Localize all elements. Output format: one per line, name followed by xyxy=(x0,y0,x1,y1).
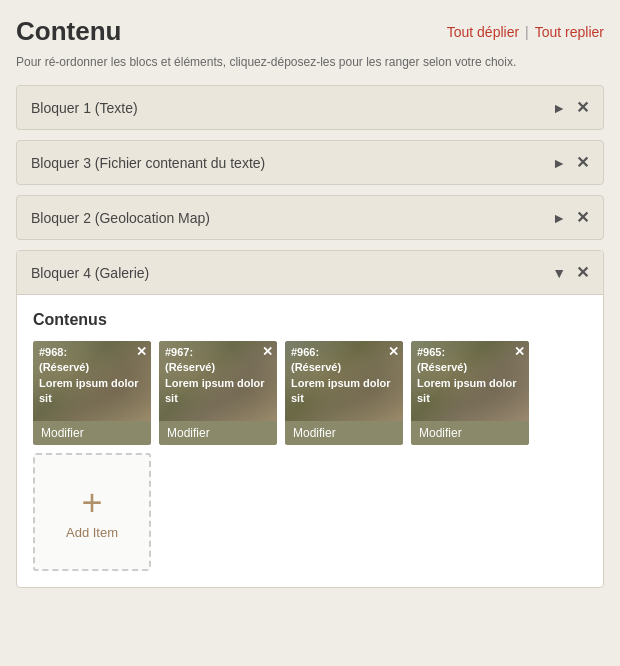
add-item-plus-icon: + xyxy=(81,485,102,521)
gallery-item-modifier-966[interactable]: Modifier xyxy=(285,421,403,445)
action-separator: | xyxy=(525,24,529,40)
gallery-item-image-965: ✕ #965: (Réservé) Lorem ipsum dolor sit xyxy=(411,341,529,421)
gallery-item-modifier-968[interactable]: Modifier xyxy=(33,421,151,445)
gallery-item-modifier-965[interactable]: Modifier xyxy=(411,421,529,445)
page-description: Pour ré-ordonner les blocs et éléments, … xyxy=(16,55,604,69)
gallery-item-text-965: #965: (Réservé) Lorem ipsum dolor sit xyxy=(417,345,529,407)
block-header-2[interactable]: Bloquer 2 (Geolocation Map) ► ✕ xyxy=(17,196,603,239)
gallery-item-966[interactable]: ✕ #966: (Réservé) Lorem ipsum dolor sit … xyxy=(285,341,403,445)
expand-icon-1[interactable]: ► xyxy=(552,100,566,116)
block-header-3[interactable]: Bloquer 3 (Fichier contenant du texte) ►… xyxy=(17,141,603,184)
gallery-item-967[interactable]: ✕ #967: (Réservé) Lorem ipsum dolor sit … xyxy=(159,341,277,445)
page-title: Contenu xyxy=(16,16,121,47)
block-title-1: Bloquer 1 (Texte) xyxy=(31,100,138,116)
block-item-2: Bloquer 2 (Geolocation Map) ► ✕ xyxy=(16,195,604,240)
gallery-item-image-966: ✕ #966: (Réservé) Lorem ipsum dolor sit xyxy=(285,341,403,421)
header-actions: Tout déplier | Tout replier xyxy=(447,24,604,40)
close-icon-4[interactable]: ✕ xyxy=(576,263,589,282)
add-item-label: Add Item xyxy=(66,525,118,540)
block-header-4[interactable]: Bloquer 4 (Galerie) ▼ ✕ xyxy=(17,251,603,295)
gallery-item-text-967: #967: (Réservé) Lorem ipsum dolor sit xyxy=(165,345,277,407)
gallery-item-968[interactable]: ✕ #968: (Réservé) Lorem ipsum dolor sit … xyxy=(33,341,151,445)
block-actions-3: ► ✕ xyxy=(552,153,589,172)
page-container: Contenu Tout déplier | Tout replier Pour… xyxy=(0,0,620,666)
expand-all-link[interactable]: Tout déplier xyxy=(447,24,519,40)
collapse-all-link[interactable]: Tout replier xyxy=(535,24,604,40)
expand-icon-4[interactable]: ▼ xyxy=(552,265,566,281)
block-content-4: Contenus ✕ #968: (Réservé) Lorem ipsum d… xyxy=(17,295,603,587)
block-actions-2: ► ✕ xyxy=(552,208,589,227)
block-title-2: Bloquer 2 (Geolocation Map) xyxy=(31,210,210,226)
block-content-title-4: Contenus xyxy=(33,311,587,329)
gallery-item-image-968: ✕ #968: (Réservé) Lorem ipsum dolor sit xyxy=(33,341,151,421)
block-item-4: Bloquer 4 (Galerie) ▼ ✕ Contenus ✕ #968:… xyxy=(16,250,604,588)
close-icon-1[interactable]: ✕ xyxy=(576,98,589,117)
block-item-1: Bloquer 1 (Texte) ► ✕ xyxy=(16,85,604,130)
gallery-item-modifier-967[interactable]: Modifier xyxy=(159,421,277,445)
block-actions-1: ► ✕ xyxy=(552,98,589,117)
block-item-3: Bloquer 3 (Fichier contenant du texte) ►… xyxy=(16,140,604,185)
gallery-grid: ✕ #968: (Réservé) Lorem ipsum dolor sit … xyxy=(33,341,587,571)
gallery-item-965[interactable]: ✕ #965: (Réservé) Lorem ipsum dolor sit … xyxy=(411,341,529,445)
block-title-3: Bloquer 3 (Fichier contenant du texte) xyxy=(31,155,265,171)
expand-icon-2[interactable]: ► xyxy=(552,210,566,226)
gallery-item-text-968: #968: (Réservé) Lorem ipsum dolor sit xyxy=(39,345,151,407)
gallery-item-text-966: #966: (Réservé) Lorem ipsum dolor sit xyxy=(291,345,403,407)
block-header-1[interactable]: Bloquer 1 (Texte) ► ✕ xyxy=(17,86,603,129)
block-actions-4: ▼ ✕ xyxy=(552,263,589,282)
block-title-4: Bloquer 4 (Galerie) xyxy=(31,265,149,281)
gallery-item-image-967: ✕ #967: (Réservé) Lorem ipsum dolor sit xyxy=(159,341,277,421)
close-icon-2[interactable]: ✕ xyxy=(576,208,589,227)
page-header: Contenu Tout déplier | Tout replier xyxy=(16,16,604,47)
expand-icon-3[interactable]: ► xyxy=(552,155,566,171)
close-icon-3[interactable]: ✕ xyxy=(576,153,589,172)
add-item-button[interactable]: + Add Item xyxy=(33,453,151,571)
